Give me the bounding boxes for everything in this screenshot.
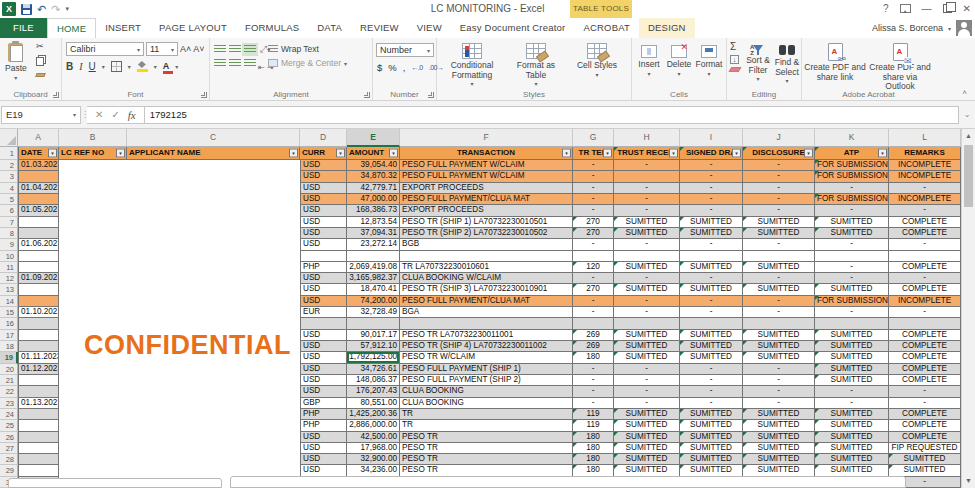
shrink-font-icon[interactable]: A˅ — [193, 44, 204, 54]
cell-B8[interactable] — [59, 228, 127, 239]
cell-G8[interactable]: 270 — [573, 228, 614, 239]
cell-B16[interactable] — [59, 318, 127, 329]
format-cells-button[interactable]: Format▾ — [694, 42, 724, 79]
filter-icon-H[interactable]: ▾ — [669, 149, 678, 158]
cell-L28[interactable]: SUMITTED — [889, 454, 961, 465]
cell-H15[interactable]: - — [614, 307, 680, 318]
cell-E13[interactable]: 18,470.41 — [347, 284, 400, 295]
cell-J14[interactable]: - — [743, 296, 815, 307]
cell-K25[interactable]: SUMITTED — [815, 420, 889, 431]
italic-button[interactable]: I — [79, 61, 82, 72]
row-header-13[interactable]: 13 — [0, 284, 18, 295]
cell-A29[interactable] — [18, 465, 59, 476]
filter-icon-E[interactable]: ▾ — [389, 149, 398, 158]
cell-H9[interactable]: - — [614, 239, 680, 250]
cell-B5[interactable] — [59, 194, 127, 205]
cell-I25[interactable]: SUMITTED — [680, 420, 743, 431]
header-cell-C[interactable]: APPLICANT NAME▾ — [127, 147, 300, 160]
cell-H23[interactable]: - — [614, 398, 680, 409]
cell-L24[interactable]: COMPLETE — [889, 409, 961, 420]
column-header-I[interactable]: I — [680, 129, 743, 147]
cell-H6[interactable]: - — [614, 205, 680, 216]
cell-D22[interactable]: USD — [300, 386, 347, 397]
row-header-10[interactable]: 10 — [0, 251, 18, 262]
autosum-icon[interactable]: Σ — [730, 42, 740, 52]
cell-I5[interactable]: - — [680, 194, 743, 205]
cell-B22[interactable] — [59, 386, 127, 397]
cell-F19[interactable]: PESO TR W/CLAIM — [400, 352, 573, 363]
cell-C13[interactable] — [127, 284, 300, 295]
cell-C7[interactable] — [127, 217, 300, 228]
alignment-dialog-launcher[interactable] — [364, 92, 370, 98]
cell-G7[interactable]: 270 — [573, 217, 614, 228]
cell-J26[interactable]: SUMITTED — [743, 432, 815, 443]
tab-home[interactable]: HOME — [47, 18, 96, 38]
tab-acrobat[interactable]: ACROBAT — [574, 18, 639, 38]
tab-formulas[interactable]: FORMULAS — [236, 18, 308, 38]
cell-E15[interactable]: 32,728.49 — [347, 307, 400, 318]
collapse-ribbon-icon[interactable]: ˄ — [962, 88, 967, 97]
cell-J12[interactable]: - — [743, 273, 815, 284]
cell-G17[interactable]: 269 — [573, 330, 614, 341]
cell-G19[interactable]: 180 — [573, 352, 614, 363]
cell-B26[interactable] — [59, 432, 127, 443]
cell-D11[interactable]: PHP — [300, 262, 347, 273]
cell-A4[interactable]: 01.04.2023 — [18, 183, 59, 194]
cell-C6[interactable] — [127, 205, 300, 216]
cell-K16[interactable] — [815, 318, 889, 329]
tab-page-layout[interactable]: PAGE LAYOUT — [150, 18, 236, 38]
cell-E2[interactable]: 39,054.40 — [347, 160, 400, 171]
cell-J6[interactable]: - — [743, 205, 815, 216]
filter-icon-B[interactable]: ▾ — [116, 149, 125, 158]
row-header-25[interactable]: 25 — [0, 420, 18, 431]
cell-J23[interactable]: - — [743, 398, 815, 409]
cell-C20[interactable] — [127, 364, 300, 375]
cell-F23[interactable]: CLUA BOOKING — [400, 398, 573, 409]
cell-A8[interactable] — [18, 228, 59, 239]
row-header-29[interactable]: 29 — [0, 465, 18, 476]
cell-A26[interactable] — [18, 432, 59, 443]
cell-H7[interactable]: SUMITTED — [614, 217, 680, 228]
cell-L15[interactable]: - — [889, 307, 961, 318]
header-cell-B[interactable]: LC REF NO▾ — [59, 147, 127, 160]
cell-K6[interactable]: - — [815, 205, 889, 216]
cell-E16[interactable] — [347, 318, 400, 329]
cell-I10[interactable] — [680, 251, 743, 262]
cell-J11[interactable]: SUMITTED — [743, 262, 815, 273]
cell-H26[interactable]: SUMITTED — [614, 432, 680, 443]
align-right-icon[interactable] — [244, 59, 256, 68]
cell-L5[interactable]: INCOMPLETE — [889, 194, 961, 205]
cell-I4[interactable]: - — [680, 183, 743, 194]
filter-icon-I[interactable]: ▾ — [732, 149, 741, 158]
cell-G2[interactable]: - — [573, 160, 614, 171]
cell-C15[interactable] — [127, 307, 300, 318]
cell-H25[interactable]: SUMITTED — [614, 420, 680, 431]
cell-K21[interactable]: SUMITTED — [815, 375, 889, 386]
cell-K13[interactable]: SUMITTED — [815, 284, 889, 295]
delete-cells-button[interactable]: Delete▾ — [664, 42, 694, 79]
cell-K19[interactable]: SUMITTED — [815, 352, 889, 363]
cell-G18[interactable]: 269 — [573, 341, 614, 352]
cell-E11[interactable]: 2,069,419.08 — [347, 262, 400, 273]
cell-L2[interactable]: INCOMPLETE — [889, 160, 961, 171]
cell-D28[interactable]: USD — [300, 454, 347, 465]
row-header-23[interactable]: 23 — [0, 398, 18, 409]
cell-E26[interactable]: 42,500.00 — [347, 432, 400, 443]
cell-F15[interactable]: BGA — [400, 307, 573, 318]
cell-G20[interactable]: - — [573, 364, 614, 375]
filter-icon-C[interactable]: ▾ — [289, 149, 298, 158]
cell-H2[interactable]: - — [614, 160, 680, 171]
insert-cells-button[interactable]: Insert▾ — [634, 42, 664, 79]
vertical-scrollbar[interactable]: ▲ ▼ — [961, 129, 975, 488]
cell-F22[interactable]: CLUA BOOKING — [400, 386, 573, 397]
align-bottom-icon[interactable] — [244, 45, 256, 54]
cell-B28[interactable] — [59, 454, 127, 465]
cell-F6[interactable]: EXPORT PROCEEDS — [400, 205, 573, 216]
cell-L17[interactable]: COMPLETE — [889, 330, 961, 341]
cell-F20[interactable]: PESO FULL PAYMENT (SHIP 1) — [400, 364, 573, 375]
cell-C8[interactable] — [127, 228, 300, 239]
cell-I16[interactable] — [680, 318, 743, 329]
cell-L19[interactable]: COMPLETE — [889, 352, 961, 363]
cell-D23[interactable]: GBP — [300, 398, 347, 409]
cell-C28[interactable] — [127, 454, 300, 465]
